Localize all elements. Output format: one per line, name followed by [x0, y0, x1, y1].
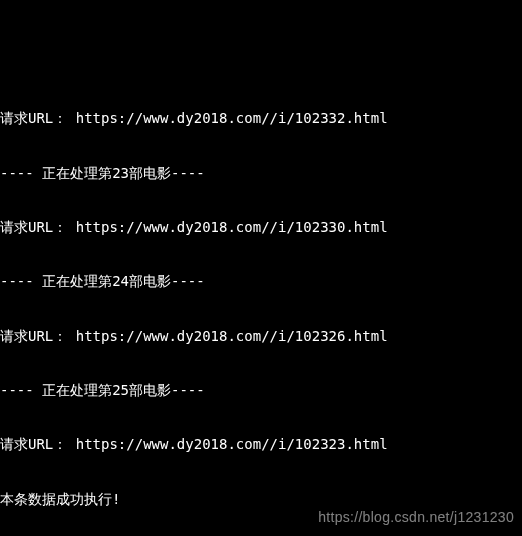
output-line: 请求URL： https://www.dy2018.com//i/102332.…	[0, 109, 522, 127]
watermark-text: https://blog.csdn.net/j1231230	[318, 508, 514, 526]
output-line: ---- 正在处理第23部电影----	[0, 164, 522, 182]
terminal-output: 请求URL： https://www.dy2018.com//i/102332.…	[0, 73, 522, 536]
output-line: 本条数据成功执行!	[0, 490, 522, 508]
output-line: ---- 正在处理第24部电影----	[0, 272, 522, 290]
output-line: 请求URL： https://www.dy2018.com//i/102326.…	[0, 327, 522, 345]
output-line: ---- 正在处理第25部电影----	[0, 381, 522, 399]
output-line: 请求URL： https://www.dy2018.com//i/102330.…	[0, 218, 522, 236]
output-line: 请求URL： https://www.dy2018.com//i/102323.…	[0, 435, 522, 453]
